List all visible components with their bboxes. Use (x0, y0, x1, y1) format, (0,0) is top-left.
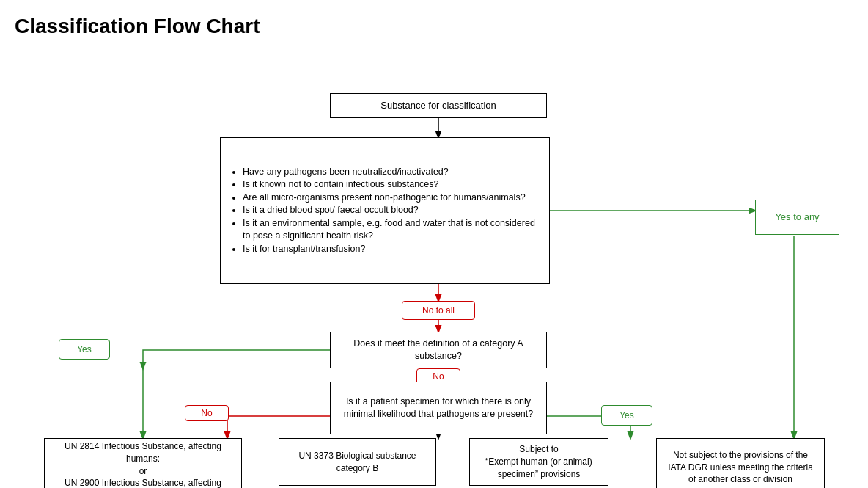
yes-to-any-box: Yes to any (755, 200, 839, 235)
un2814-box: UN 2814 Infectious Substance, affecting … (44, 438, 242, 488)
category-a-box: Does it meet the definition of a categor… (330, 332, 547, 368)
un3373-box: UN 3373 Biological substance category B (279, 438, 436, 486)
no-to-all-box: No to all (402, 301, 475, 320)
flowchart: Substance for classification Have any pa… (15, 53, 850, 488)
question-5: Is it an environmental sample, e.g. food… (243, 217, 539, 243)
question-2: Is it known not to contain infectious su… (243, 178, 539, 192)
question-1: Have any pathogens been neutralized/inac… (243, 166, 539, 179)
substance-box: Substance for classification (330, 93, 547, 118)
question-3: Are all micro-organisms present non-path… (243, 192, 539, 205)
exempt-box: Subject to “Exempt human (or animal) spe… (469, 438, 608, 486)
questions-block: Have any pathogens been neutralized/inac… (220, 137, 550, 284)
patient-specimen-box: Is it a patient specimen for which there… (330, 382, 547, 434)
questions-list: Have any pathogens been neutralized/inac… (231, 166, 539, 256)
question-4: Is it a dried blood spot/ faecal occult … (243, 204, 539, 217)
page-title: Classification Flow Chart (15, 15, 853, 38)
no-patient-box: No (185, 405, 229, 421)
yes-left-box: Yes (59, 339, 110, 360)
yes-patient-box: Yes (601, 405, 652, 426)
not-subject-box: Not subject to the provisions of the IAT… (656, 438, 825, 488)
question-6: Is it for transplant/transfusion? (243, 243, 539, 256)
